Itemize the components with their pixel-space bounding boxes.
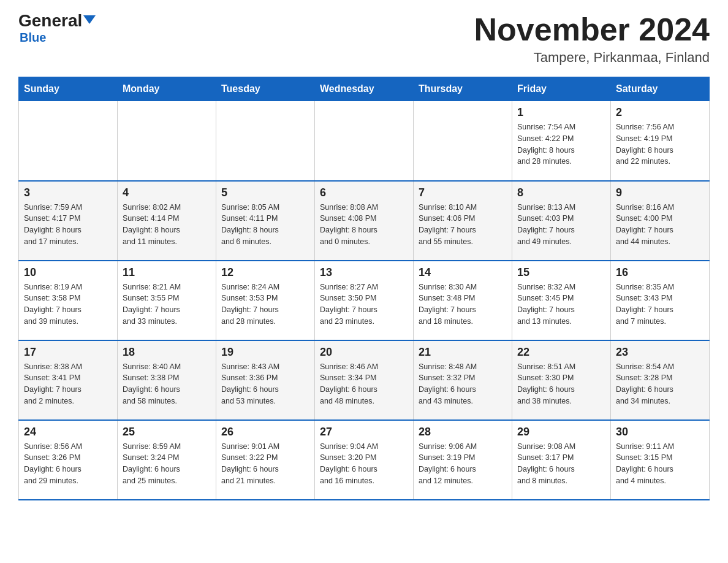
- day-cell: 19Sunrise: 8:43 AMSunset: 3:36 PMDayligh…: [216, 340, 315, 420]
- day-info: Sunrise: 7:56 AMSunset: 4:19 PMDaylight:…: [616, 121, 704, 167]
- day-number: 11: [123, 266, 211, 279]
- day-cell: 22Sunrise: 8:51 AMSunset: 3:30 PMDayligh…: [512, 340, 611, 420]
- day-info: Sunrise: 9:11 AMSunset: 3:15 PMDaylight:…: [616, 441, 704, 487]
- day-cell: 26Sunrise: 9:01 AMSunset: 3:22 PMDayligh…: [216, 420, 315, 500]
- col-header-friday: Friday: [512, 77, 611, 101]
- day-info: Sunrise: 8:59 AMSunset: 3:24 PMDaylight:…: [123, 441, 211, 487]
- day-number: 23: [616, 346, 704, 359]
- logo-blue-text: Blue: [18, 31, 46, 45]
- day-number: 8: [517, 186, 605, 199]
- day-info: Sunrise: 8:46 AMSunset: 3:34 PMDaylight:…: [320, 361, 408, 407]
- day-number: 10: [24, 266, 112, 279]
- day-number: 22: [517, 346, 605, 359]
- day-cell: 23Sunrise: 8:54 AMSunset: 3:28 PMDayligh…: [611, 340, 710, 420]
- day-cell: [414, 101, 512, 181]
- day-number: 29: [517, 426, 605, 439]
- col-header-sunday: Sunday: [19, 77, 118, 101]
- day-number: 24: [24, 426, 112, 439]
- month-title: November 2024: [474, 12, 710, 47]
- day-cell: 15Sunrise: 8:32 AMSunset: 3:45 PMDayligh…: [512, 261, 611, 340]
- day-number: 7: [419, 186, 507, 199]
- day-info: Sunrise: 9:04 AMSunset: 3:20 PMDaylight:…: [320, 441, 408, 487]
- day-info: Sunrise: 8:19 AMSunset: 3:58 PMDaylight:…: [24, 282, 112, 327]
- location-subtitle: Tampere, Pirkanmaa, Finland: [474, 50, 710, 66]
- day-number: 28: [419, 426, 507, 439]
- week-row-1: 1Sunrise: 7:54 AMSunset: 4:22 PMDaylight…: [19, 101, 710, 181]
- day-cell: 4Sunrise: 8:02 AMSunset: 4:14 PMDaylight…: [118, 181, 216, 261]
- day-number: 1: [517, 106, 605, 119]
- day-number: 17: [24, 346, 112, 359]
- day-number: 4: [123, 186, 211, 199]
- day-cell: 14Sunrise: 8:30 AMSunset: 3:48 PMDayligh…: [414, 261, 512, 340]
- day-cell: 24Sunrise: 8:56 AMSunset: 3:26 PMDayligh…: [19, 420, 118, 500]
- day-cell: 8Sunrise: 8:13 AMSunset: 4:03 PMDaylight…: [512, 181, 611, 261]
- header-row: SundayMondayTuesdayWednesdayThursdayFrid…: [19, 77, 710, 101]
- col-header-saturday: Saturday: [611, 77, 710, 101]
- day-cell: [19, 101, 118, 181]
- day-number: 26: [221, 426, 309, 439]
- day-info: Sunrise: 9:06 AMSunset: 3:19 PMDaylight:…: [419, 441, 507, 487]
- day-info: Sunrise: 9:01 AMSunset: 3:22 PMDaylight:…: [221, 441, 309, 487]
- col-header-tuesday: Tuesday: [216, 77, 315, 101]
- day-number: 30: [616, 426, 704, 439]
- day-cell: 5Sunrise: 8:05 AMSunset: 4:11 PMDaylight…: [216, 181, 315, 261]
- calendar-header: SundayMondayTuesdayWednesdayThursdayFrid…: [19, 77, 710, 101]
- day-info: Sunrise: 8:24 AMSunset: 3:53 PMDaylight:…: [221, 282, 309, 327]
- day-number: 21: [419, 346, 507, 359]
- day-info: Sunrise: 7:54 AMSunset: 4:22 PMDaylight:…: [517, 121, 605, 167]
- col-header-monday: Monday: [118, 77, 216, 101]
- day-cell: 11Sunrise: 8:21 AMSunset: 3:55 PMDayligh…: [118, 261, 216, 340]
- day-number: 13: [320, 266, 408, 279]
- day-info: Sunrise: 8:54 AMSunset: 3:28 PMDaylight:…: [616, 361, 704, 407]
- col-header-wednesday: Wednesday: [315, 77, 414, 101]
- page-header: General Blue November 2024 Tampere, Pirk…: [18, 12, 710, 66]
- day-cell: 3Sunrise: 7:59 AMSunset: 4:17 PMDaylight…: [19, 181, 118, 261]
- day-number: 18: [123, 346, 211, 359]
- week-row-5: 24Sunrise: 8:56 AMSunset: 3:26 PMDayligh…: [19, 420, 710, 500]
- day-cell: 18Sunrise: 8:40 AMSunset: 3:38 PMDayligh…: [118, 340, 216, 420]
- day-number: 16: [616, 266, 704, 279]
- day-info: Sunrise: 8:10 AMSunset: 4:06 PMDaylight:…: [419, 202, 507, 248]
- day-info: Sunrise: 8:08 AMSunset: 4:08 PMDaylight:…: [320, 202, 408, 248]
- day-cell: 27Sunrise: 9:04 AMSunset: 3:20 PMDayligh…: [315, 420, 414, 500]
- day-cell: 20Sunrise: 8:46 AMSunset: 3:34 PMDayligh…: [315, 340, 414, 420]
- day-cell: 10Sunrise: 8:19 AMSunset: 3:58 PMDayligh…: [19, 261, 118, 340]
- day-info: Sunrise: 8:56 AMSunset: 3:26 PMDaylight:…: [24, 441, 112, 487]
- day-number: 12: [221, 266, 309, 279]
- day-info: Sunrise: 7:59 AMSunset: 4:17 PMDaylight:…: [24, 202, 112, 248]
- day-info: Sunrise: 8:51 AMSunset: 3:30 PMDaylight:…: [517, 361, 605, 407]
- day-info: Sunrise: 8:43 AMSunset: 3:36 PMDaylight:…: [221, 361, 309, 407]
- col-header-thursday: Thursday: [414, 77, 512, 101]
- day-info: Sunrise: 8:02 AMSunset: 4:14 PMDaylight:…: [123, 202, 211, 248]
- day-number: 5: [221, 186, 309, 199]
- day-info: Sunrise: 8:30 AMSunset: 3:48 PMDaylight:…: [419, 282, 507, 327]
- day-cell: 9Sunrise: 8:16 AMSunset: 4:00 PMDaylight…: [611, 181, 710, 261]
- day-cell: 12Sunrise: 8:24 AMSunset: 3:53 PMDayligh…: [216, 261, 315, 340]
- day-info: Sunrise: 8:27 AMSunset: 3:50 PMDaylight:…: [320, 282, 408, 327]
- calendar-table: SundayMondayTuesdayWednesdayThursdayFrid…: [18, 77, 710, 500]
- day-cell: 28Sunrise: 9:06 AMSunset: 3:19 PMDayligh…: [414, 420, 512, 500]
- day-number: 19: [221, 346, 309, 359]
- day-cell: 1Sunrise: 7:54 AMSunset: 4:22 PMDaylight…: [512, 101, 611, 181]
- day-info: Sunrise: 8:16 AMSunset: 4:00 PMDaylight:…: [616, 202, 704, 248]
- day-info: Sunrise: 8:13 AMSunset: 4:03 PMDaylight:…: [517, 202, 605, 248]
- day-info: Sunrise: 8:32 AMSunset: 3:45 PMDaylight:…: [517, 282, 605, 327]
- day-cell: 21Sunrise: 8:48 AMSunset: 3:32 PMDayligh…: [414, 340, 512, 420]
- day-number: 27: [320, 426, 408, 439]
- day-number: 20: [320, 346, 408, 359]
- day-cell: [118, 101, 216, 181]
- day-number: 14: [419, 266, 507, 279]
- day-info: Sunrise: 8:21 AMSunset: 3:55 PMDaylight:…: [123, 282, 211, 327]
- day-number: 2: [616, 106, 704, 119]
- day-info: Sunrise: 8:35 AMSunset: 3:43 PMDaylight:…: [616, 282, 704, 327]
- day-info: Sunrise: 8:05 AMSunset: 4:11 PMDaylight:…: [221, 202, 309, 248]
- day-number: 9: [616, 186, 704, 199]
- day-cell: 29Sunrise: 9:08 AMSunset: 3:17 PMDayligh…: [512, 420, 611, 500]
- day-cell: [315, 101, 414, 181]
- day-cell: 17Sunrise: 8:38 AMSunset: 3:41 PMDayligh…: [19, 340, 118, 420]
- day-number: 3: [24, 186, 112, 199]
- logo: General Blue: [18, 12, 96, 45]
- week-row-2: 3Sunrise: 7:59 AMSunset: 4:17 PMDaylight…: [19, 181, 710, 261]
- day-cell: 7Sunrise: 8:10 AMSunset: 4:06 PMDaylight…: [414, 181, 512, 261]
- day-cell: 16Sunrise: 8:35 AMSunset: 3:43 PMDayligh…: [611, 261, 710, 340]
